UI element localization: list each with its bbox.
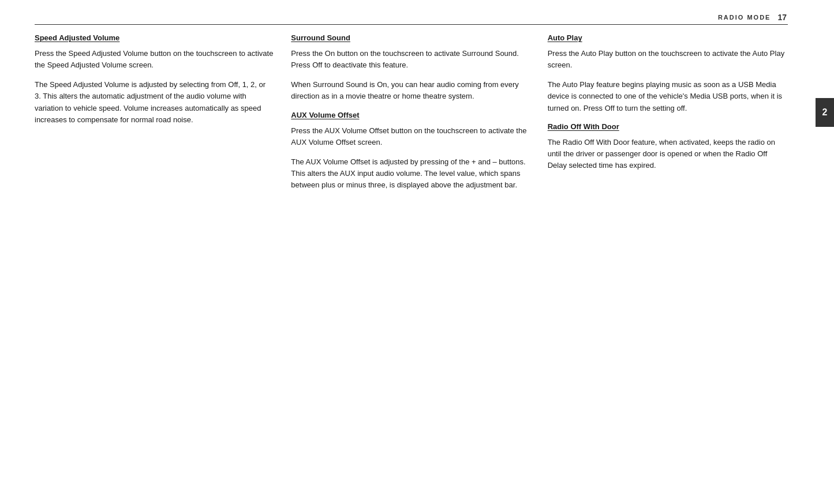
speed-adjusted-volume-para-2: The Speed Adjusted Volume is adjusted by… (35, 79, 274, 126)
aux-volume-offset-para-2: The AUX Volume Offset is adjusted by pre… (291, 156, 530, 191)
surround-sound-para-2: When Surround Sound is On, you can hear … (291, 79, 530, 102)
surround-sound-para-1: Press the On button on the touchscreen t… (291, 48, 530, 71)
column-3: Auto Play Press the Auto Play button on … (548, 33, 787, 191)
radio-off-with-door-para-1: The Radio Off With Door feature, when ac… (548, 137, 787, 171)
chapter-tab-number: 2 (822, 107, 828, 118)
auto-play-para-2: The Auto Play feature begins playing mus… (548, 79, 787, 114)
heading-speed-adjusted-volume: Speed Adjusted Volume (35, 33, 274, 42)
heading-radio-off-with-door: Radio Off With Door (548, 122, 787, 131)
content-area: Speed Adjusted Volume Press the Speed Ad… (35, 33, 787, 191)
header-title: RADIO MODE (718, 14, 771, 21)
heading-surround-sound: Surround Sound (291, 33, 530, 42)
heading-aux-volume-offset: AUX Volume Offset (291, 111, 530, 119)
column-1: Speed Adjusted Volume Press the Speed Ad… (35, 33, 291, 191)
aux-volume-offset-para-1: Press the AUX Volume Offset button on th… (291, 125, 530, 148)
header-area: RADIO MODE 17 (718, 13, 787, 22)
heading-auto-play: Auto Play (548, 33, 787, 42)
header-page-number: 17 (777, 13, 787, 22)
top-rule (35, 24, 788, 25)
speed-adjusted-volume-para-1: Press the Speed Adjusted Volume button o… (35, 48, 274, 71)
auto-play-para-1: Press the Auto Play button on the touchs… (548, 48, 787, 71)
column-2: Surround Sound Press the On button on th… (291, 33, 547, 191)
page-container: RADIO MODE 17 2 Speed Adjusted Volume Pr… (0, 0, 834, 504)
chapter-tab: 2 (816, 98, 834, 127)
